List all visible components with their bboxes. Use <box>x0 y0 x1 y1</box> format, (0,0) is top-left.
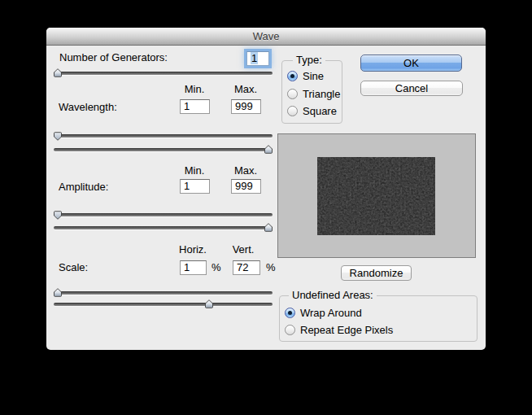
scale-horiz-slider-track[interactable] <box>54 291 273 295</box>
undefined-radio-repeat-edge-label: Repeat Edge Pixels <box>300 324 393 337</box>
generators-label: Number of Generators: <box>59 51 168 64</box>
type-radio-triangle-label: Triangle <box>303 88 340 101</box>
scale-horiz-unit: % <box>211 261 221 274</box>
amplitude-min-slider-track[interactable] <box>54 213 273 216</box>
wavelength-max-value: 999 <box>235 100 253 112</box>
amplitude-max-value: 999 <box>235 180 253 192</box>
wavelength-max-slider-thumb[interactable] <box>264 145 273 154</box>
generators-slider-track[interactable] <box>54 72 273 75</box>
type-radio-sine-label: Sine <box>303 70 324 83</box>
scale-vert-slider-track[interactable] <box>54 303 273 306</box>
amplitude-min-label: Min. <box>185 164 205 177</box>
wave-dialog: Wave Number of Generators: 1 Min. Max. W… <box>46 28 486 350</box>
amplitude-label: Amplitude: <box>59 181 108 194</box>
scale-horiz-input[interactable]: 1 <box>180 260 207 275</box>
wavelength-min-value: 1 <box>184 100 190 112</box>
wavelength-min-label: Min. <box>185 83 205 96</box>
type-group-label: Type: <box>293 55 325 66</box>
type-radio-sine[interactable] <box>287 71 298 81</box>
generators-slider-thumb[interactable] <box>54 68 62 77</box>
amplitude-min-input[interactable]: 1 <box>180 179 210 194</box>
randomize-button[interactable]: Randomize <box>341 265 412 281</box>
type-radio-triangle[interactable] <box>287 89 298 99</box>
scale-vert-slider-thumb[interactable] <box>205 299 213 308</box>
undefined-radio-repeat-edge[interactable] <box>285 325 295 335</box>
cancel-button-label: Cancel <box>395 82 428 94</box>
wavelength-max-slider-track[interactable] <box>54 148 273 151</box>
undefined-radio-wrap-around-label: Wrap Around <box>300 307 362 320</box>
ok-button-label: OK <box>403 57 419 69</box>
scale-vert-value: 72 <box>237 261 248 273</box>
scale-horiz-label: Horiz. <box>179 243 207 256</box>
amplitude-max-input[interactable]: 999 <box>231 179 261 194</box>
wavelength-min-slider-track[interactable] <box>54 134 273 138</box>
amplitude-min-value: 1 <box>184 180 190 192</box>
generators-input[interactable]: 1 <box>246 51 269 66</box>
dialog-content: Number of Generators: 1 Min. Max. Wavele… <box>46 28 486 350</box>
wavelength-max-label: Max. <box>234 83 257 96</box>
preview-image <box>317 157 435 235</box>
randomize-button-label: Randomize <box>350 267 403 279</box>
ok-button[interactable]: OK <box>360 55 462 72</box>
scale-vert-label: Vert. <box>233 243 255 256</box>
undefined-radio-wrap-around[interactable] <box>285 308 295 318</box>
type-radio-square[interactable] <box>287 106 298 116</box>
amplitude-min-slider-thumb[interactable] <box>54 211 62 220</box>
wavelength-max-input[interactable]: 999 <box>231 99 261 114</box>
scale-horiz-value: 1 <box>184 261 190 273</box>
wavelength-min-slider-thumb[interactable] <box>54 132 62 141</box>
scale-vert-input[interactable]: 72 <box>233 260 260 275</box>
cancel-button[interactable]: Cancel <box>360 81 463 96</box>
type-radio-square-label: Square <box>303 105 337 118</box>
generators-value: 1 <box>251 52 258 64</box>
preview-area[interactable] <box>277 133 476 258</box>
amplitude-max-slider-track[interactable] <box>54 226 273 229</box>
wavelength-min-input[interactable]: 1 <box>180 99 210 114</box>
scale-vert-unit: % <box>266 261 276 274</box>
undefined-areas-label: Undefined Areas: <box>289 290 377 301</box>
scale-label: Scale: <box>59 261 88 274</box>
wavelength-label: Wavelength: <box>59 101 117 114</box>
amplitude-max-slider-thumb[interactable] <box>264 223 273 232</box>
scale-horiz-slider-thumb[interactable] <box>54 288 62 297</box>
amplitude-max-label: Max. <box>234 164 257 177</box>
